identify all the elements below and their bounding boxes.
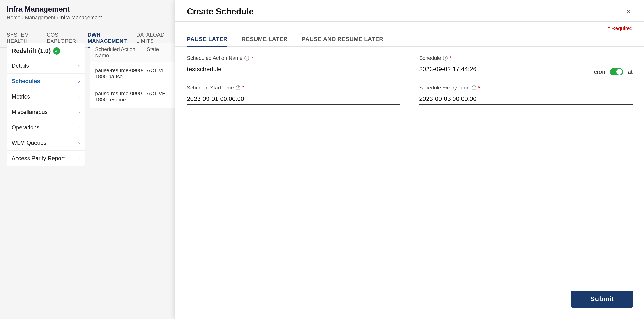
close-button[interactable]: × bbox=[624, 7, 632, 16]
start-time-input[interactable] bbox=[187, 93, 400, 105]
sidebar-panel: Redshift (1.0) ✓ Details › Schedules › M… bbox=[7, 43, 85, 166]
row-1-state: ACTIVE bbox=[147, 67, 170, 80]
start-time-info-icon[interactable]: i bbox=[236, 86, 240, 90]
action-name-label-text: Scheduled Action Name bbox=[187, 55, 242, 61]
cron-toggle[interactable] bbox=[610, 68, 623, 75]
schedule-required: * bbox=[450, 55, 452, 61]
chevron-right-icon-access-parity-report: › bbox=[78, 156, 80, 161]
sidebar-item-label-metrics: Metrics bbox=[12, 93, 30, 100]
breadcrumb: Home › Management › Infra Management bbox=[7, 15, 169, 21]
col-header-action-name: Scheduled Action Name bbox=[95, 46, 147, 59]
expiry-time-input[interactable] bbox=[419, 93, 632, 105]
schedule-label-text: Schedule bbox=[419, 55, 441, 61]
sidebar-item-label-access-parity-report: Access Parity Report bbox=[12, 155, 65, 162]
breadcrumb-management[interactable]: Management bbox=[25, 15, 55, 21]
form-row-2: Schedule Start Time i * Schedule Expiry … bbox=[187, 85, 632, 105]
schedule-input[interactable] bbox=[419, 64, 589, 75]
form-row-1: Scheduled Action Name i * Schedule i * bbox=[187, 55, 632, 75]
modal-body: Scheduled Action Name i * Schedule i * bbox=[176, 47, 644, 290]
expiry-time-required: * bbox=[478, 85, 480, 91]
at-label: at bbox=[628, 69, 632, 75]
sidebar-item-details[interactable]: Details › bbox=[7, 58, 85, 73]
sidebar-item-wlm-queues[interactable]: WLM Queues › bbox=[7, 135, 85, 150]
schedules-table: Scheduled Action Name State pause-resume… bbox=[90, 43, 176, 109]
toggle-knob bbox=[616, 69, 622, 75]
modal-tab-resume-later[interactable]: RESUME LATER bbox=[242, 32, 288, 47]
sidebar-item-label-schedules: Schedules bbox=[12, 78, 40, 85]
breadcrumb-current: Infra Management bbox=[60, 15, 102, 21]
schedule-field-wrapper: cron at bbox=[419, 64, 632, 75]
form-group-start-time: Schedule Start Time i * bbox=[187, 85, 400, 105]
action-name-info-icon[interactable]: i bbox=[244, 56, 249, 61]
chevron-right-icon-metrics: › bbox=[78, 94, 80, 99]
action-name-required: * bbox=[251, 55, 253, 61]
expiry-time-label-text: Schedule Expiry Time bbox=[419, 85, 470, 91]
chevron-right-icon-wlm-queues: › bbox=[78, 140, 80, 146]
start-time-label-text: Schedule Start Time bbox=[187, 85, 234, 91]
row-1-name: pause-resume-0900-1800-pause bbox=[95, 67, 147, 80]
expiry-time-label: Schedule Expiry Time i * bbox=[419, 85, 632, 91]
chevron-right-icon-miscellaneous: › bbox=[78, 109, 80, 115]
sidebar-item-access-parity-report[interactable]: Access Parity Report › bbox=[7, 150, 85, 166]
submit-button[interactable]: Submit bbox=[572, 290, 632, 307]
action-name-input[interactable] bbox=[187, 64, 400, 75]
breadcrumb-home[interactable]: Home bbox=[7, 15, 21, 21]
sidebar-item-label-operations: Operations bbox=[12, 124, 39, 131]
sidebar-item-schedules[interactable]: Schedules › bbox=[7, 73, 85, 89]
form-group-schedule: Schedule i * cron at bbox=[419, 55, 632, 75]
schedule-info-icon[interactable]: i bbox=[443, 56, 448, 61]
table-header-row: Scheduled Action Name State bbox=[90, 43, 175, 62]
page-header: Infra Management Home › Management › Inf… bbox=[0, 0, 176, 23]
redshift-status-icon: ✓ bbox=[53, 48, 60, 55]
schedule-label: Schedule i * bbox=[419, 55, 632, 61]
modal-tab-pause-and-resume-later[interactable]: PAUSE AND RESUME LATER bbox=[302, 32, 384, 47]
breadcrumb-sep-2: › bbox=[57, 15, 58, 20]
page-title: Infra Management bbox=[7, 5, 169, 14]
required-note: * Required bbox=[176, 22, 644, 32]
table-row[interactable]: pause-resume-0900-1800-resume ACTIVE bbox=[90, 85, 175, 108]
sidebar-item-label-wlm-queues: WLM Queues bbox=[12, 140, 46, 146]
redshift-header: Redshift (1.0) ✓ bbox=[7, 43, 85, 58]
form-group-expiry-time: Schedule Expiry Time i * bbox=[419, 85, 632, 105]
row-2-name: pause-resume-0900-1800-resume bbox=[95, 90, 147, 103]
col-header-state: State bbox=[147, 46, 170, 59]
modal-footer: Submit bbox=[176, 290, 644, 319]
form-group-action-name: Scheduled Action Name i * bbox=[187, 55, 400, 75]
row-2-state: ACTIVE bbox=[147, 90, 170, 103]
create-schedule-modal: Create Schedule × * Required PAUSE LATER… bbox=[176, 0, 644, 319]
action-name-label: Scheduled Action Name i * bbox=[187, 55, 400, 61]
modal-title: Create Schedule bbox=[187, 7, 254, 17]
modal-tab-pause-later[interactable]: PAUSE LATER bbox=[187, 32, 228, 47]
cron-label: cron bbox=[594, 69, 605, 75]
sidebar-item-label-details: Details bbox=[12, 62, 29, 69]
start-time-required: * bbox=[242, 85, 244, 91]
modal-tabs-bar: PAUSE LATER RESUME LATER PAUSE AND RESUM… bbox=[176, 32, 644, 47]
sidebar-item-label-miscellaneous: Miscellaneous bbox=[12, 109, 48, 115]
breadcrumb-sep-1: › bbox=[22, 15, 24, 20]
redshift-label: Redshift (1.0) bbox=[12, 47, 51, 55]
sidebar-item-metrics[interactable]: Metrics › bbox=[7, 89, 85, 104]
start-time-label: Schedule Start Time i * bbox=[187, 85, 400, 91]
chevron-right-icon-details: › bbox=[78, 63, 80, 69]
modal-header: Create Schedule × bbox=[176, 0, 644, 22]
sidebar-item-operations[interactable]: Operations › bbox=[7, 120, 85, 135]
sidebar-item-miscellaneous[interactable]: Miscellaneous › bbox=[7, 104, 85, 120]
chevron-right-icon-schedules: › bbox=[78, 79, 80, 84]
chevron-right-icon-operations: › bbox=[78, 125, 80, 130]
expiry-time-info-icon[interactable]: i bbox=[472, 86, 476, 90]
table-row[interactable]: pause-resume-0900-1800-pause ACTIVE bbox=[90, 62, 175, 85]
